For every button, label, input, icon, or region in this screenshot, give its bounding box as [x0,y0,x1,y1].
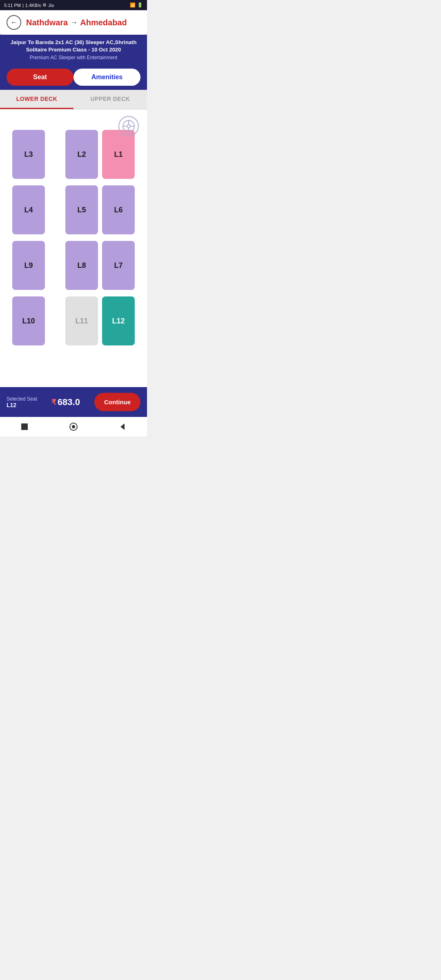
nav-home-icon[interactable] [68,421,79,432]
wifi-icon: 📶 [130,2,136,8]
header: ← Nathdwara → Ahmedabad [0,10,147,35]
route-arrow-icon: → [70,18,78,27]
price-display: ₹ 683.0 [51,397,80,408]
rupee-symbol: ₹ [51,398,56,407]
back-icon: ← [11,19,17,26]
deck-tab-lower[interactable]: LOWER DECK [0,90,74,109]
tab-amenities[interactable]: Amenities [74,69,140,86]
main-tabs: Seat Amenities [0,65,147,90]
seat-L9[interactable]: L9 [12,241,45,290]
route-to: Ahmedabad [80,18,127,27]
seat-L7[interactable]: L7 [102,241,135,290]
seat-row-4: L10 L11 L12 [12,296,135,345]
seat-grid: L3 L2 L1 L4 L5 L6 L9 [4,126,143,350]
nav-back-icon[interactable] [117,421,128,432]
navigation-bar [0,417,147,437]
seat-L3[interactable]: L3 [12,130,45,179]
status-network: | [22,3,24,8]
continue-button[interactable]: Continue [94,393,140,411]
price-value: 683.0 [58,397,80,408]
bottom-bar: Selected Seat L12 ₹ 683.0 Continue [0,387,147,417]
status-left: 5:11 PM | 1.4KB/s ⚙ Jio [4,2,54,8]
back-button[interactable]: ← [7,15,21,30]
svg-point-8 [72,425,75,428]
svg-rect-6 [21,423,28,430]
nav-stop-icon[interactable] [19,421,30,432]
status-time: 5:11 PM [4,3,21,8]
seat-L4[interactable]: L4 [12,185,45,234]
route-display: Nathdwara → Ahmedabad [26,18,127,27]
bus-title: Jaipur To Baroda 2x1 AC (36) Sleeper AC,… [7,39,140,53]
seat-row-2: L4 L5 L6 [12,185,135,234]
info-banner: Jaipur To Baroda 2x1 AC (36) Sleeper AC,… [0,35,147,65]
tab-seat[interactable]: Seat [7,69,74,86]
svg-point-1 [127,125,130,128]
selected-seat-value: L12 [7,402,37,408]
signal-icon: 🔋 [137,2,143,8]
seat-map-area: L3 L2 L1 L4 L5 L6 L9 [0,109,147,387]
seat-L12[interactable]: L12 [102,296,135,345]
bus-subtitle: Premium AC Sleeper with Entertainment [7,55,140,60]
carrier-label: Jio [48,3,54,8]
seat-L6[interactable]: L6 [102,185,135,234]
steering-icon [118,116,139,136]
deck-tabs: LOWER DECK UPPER DECK [0,90,147,109]
seat-row-1: L3 L2 L1 [12,130,135,179]
status-right: 📶 🔋 [130,2,143,8]
seat-L2[interactable]: L2 [65,130,98,179]
settings-icon: ⚙ [42,2,47,8]
status-speed: 1.4KB/s [25,3,41,8]
seat-row-3: L9 L8 L7 [12,241,135,290]
seat-L1[interactable]: L1 [102,130,135,179]
seat-L10[interactable]: L10 [12,296,45,345]
seat-L11[interactable]: L11 [65,296,98,345]
deck-tab-upper[interactable]: UPPER DECK [74,90,147,109]
status-bar: 5:11 PM | 1.4KB/s ⚙ Jio 📶 🔋 [0,0,147,10]
seat-L8[interactable]: L8 [65,241,98,290]
selected-seat-label: Selected Seat [7,396,37,402]
selected-seat-info: Selected Seat L12 [7,396,37,408]
steering-wheel [118,116,139,136]
svg-marker-9 [120,423,125,430]
seat-L5[interactable]: L5 [65,185,98,234]
route-from: Nathdwara [26,18,68,27]
